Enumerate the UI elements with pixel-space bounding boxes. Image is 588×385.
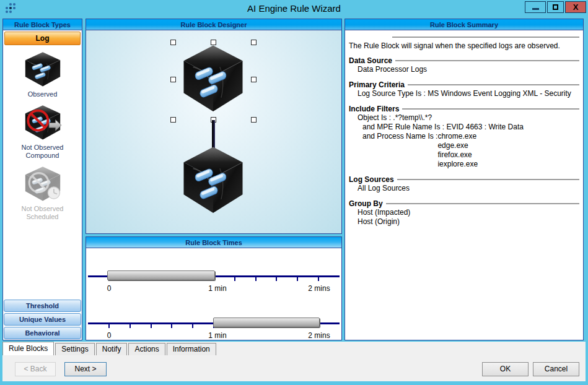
ok-button[interactable]: OK	[482, 362, 529, 376]
tick-label: 1 min	[208, 331, 226, 340]
tab-notify[interactable]: Notify	[96, 343, 128, 355]
behavioral-category-button[interactable]: Behavioral	[4, 327, 81, 339]
selection-handle[interactable]	[251, 40, 257, 45]
observed-cube-icon	[23, 51, 63, 88]
tick	[108, 324, 110, 328]
section-title: Primary Criteria	[349, 80, 405, 89]
tick	[129, 324, 131, 328]
tick	[151, 324, 152, 328]
section-value: Data Processor Logs	[349, 65, 579, 74]
not-observed-compound-icon	[23, 105, 63, 141]
tick-label: 2 mins	[308, 284, 330, 293]
section-title: Group By	[349, 199, 383, 208]
process-value: iexplore.exe	[437, 160, 478, 169]
minimize-icon	[532, 8, 539, 10]
tick-label: 0	[107, 284, 112, 293]
filter-process: and Process Name Is : chrome.exe edge.ex…	[349, 132, 579, 169]
tick	[192, 324, 193, 328]
rule-type-observed[interactable]: Observed	[3, 51, 82, 98]
rule-block-summary-header: Rule Block Summary	[345, 19, 583, 30]
selection-handle[interactable]	[251, 77, 257, 82]
summary-intro: The Rule Block will signal when the spec…	[349, 41, 579, 50]
summary-divider	[392, 37, 579, 38]
maximize-button[interactable]	[547, 1, 564, 13]
rule-block-times-header: Rule Block Times	[86, 237, 341, 248]
unique-values-category-button[interactable]: Unique Values	[4, 313, 81, 326]
tick-label: 0	[107, 331, 112, 340]
tab-settings[interactable]: Settings	[55, 343, 94, 355]
block-connector-line	[212, 120, 215, 149]
process-value: chrome.exe	[437, 132, 478, 141]
tick-label: 2 mins	[308, 331, 330, 340]
log-category-button[interactable]: Log	[4, 32, 81, 45]
close-button[interactable]: X	[565, 1, 586, 13]
tab-actions[interactable]: Actions	[128, 343, 165, 355]
rule-type-label: Scheduled	[3, 213, 82, 221]
rule-type-label: Not Observed	[3, 144, 82, 152]
tick-label: 1 min	[208, 284, 226, 293]
filter-mpe: and MPE Rule Name Is : EVID 4663 : Write…	[349, 123, 579, 132]
rule-block-times-panel: Rule Block Times 0 1 min 2 mins 0	[86, 236, 342, 340]
back-button[interactable]: < Back	[15, 362, 56, 376]
minimize-button[interactable]	[525, 1, 546, 13]
rule-block-designer-panel: Rule Block Designer	[86, 19, 342, 234]
wizard-tabs: Rule Blocks Settings Notify Actions Info…	[2, 342, 217, 355]
rule-block-1-cube[interactable]	[180, 44, 247, 115]
section-value: Log Source Type Is : MS Windows Event Lo…	[349, 89, 579, 98]
process-value: firefox.exe	[437, 150, 478, 160]
tick	[297, 277, 298, 281]
summary-section-primary-criteria: Primary Criteria Log Source Type Is : MS…	[349, 80, 579, 98]
rule-block-summary-panel: Rule Block Summary The Rule Block will s…	[344, 19, 584, 340]
section-title: Data Source	[349, 56, 392, 65]
rule-category-stack: Threshold Unique Values Behavioral	[4, 298, 81, 339]
section-value: All Log Sources	[349, 184, 579, 193]
rule-type-not-observed-compound[interactable]: Not Observed Compound	[3, 105, 82, 160]
selection-handle[interactable]	[251, 117, 257, 123]
filter-object: Object Is : .*?temp\\.*?	[349, 113, 579, 123]
rule-block-types-header: Rule Block Types	[3, 19, 82, 30]
rule-type-label: Compound	[3, 152, 82, 160]
rule-block-types-panel: Rule Block Types Log Observed Not Observ…	[2, 19, 82, 340]
tick	[276, 277, 277, 281]
tick	[171, 324, 172, 328]
selection-handle[interactable]	[170, 117, 176, 123]
rule-block-designer-header: Rule Block Designer	[86, 19, 341, 30]
time-range-bar-1[interactable]	[107, 270, 215, 280]
section-value: Host (Origin)	[349, 217, 579, 227]
rule-type-not-observed-scheduled[interactable]: Not Observed Scheduled	[3, 166, 82, 221]
tick	[318, 277, 319, 281]
section-title: Include Filters	[349, 105, 399, 113]
tab-rule-blocks[interactable]: Rule Blocks	[2, 342, 54, 355]
threshold-category-button[interactable]: Threshold	[4, 300, 81, 312]
titlebar: AI Engine Rule Wizard X	[0, 0, 588, 17]
not-observed-scheduled-icon	[23, 166, 63, 202]
tick	[255, 277, 257, 281]
summary-section-group-by: Group By Host (Impacted) Host (Origin)	[349, 199, 579, 227]
filter-process-label: and Process Name Is :	[362, 132, 437, 169]
next-button[interactable]: Next >	[64, 362, 107, 376]
section-value: Host (Impacted)	[349, 208, 579, 217]
summary-section-include-filters: Include Filters Object Is : .*?temp\\.*?…	[349, 105, 579, 169]
designer-canvas[interactable]	[86, 30, 341, 233]
summary-section-data-source: Data Source Data Processor Logs	[349, 56, 579, 74]
selection-handle[interactable]	[170, 40, 176, 45]
rule-block-2-cube[interactable]	[180, 145, 247, 216]
time-range-bar-2[interactable]	[213, 318, 320, 327]
maximize-icon	[553, 4, 558, 10]
selection-handle[interactable]	[170, 77, 176, 82]
cancel-button[interactable]: Cancel	[533, 362, 579, 376]
rule-type-label: Not Observed	[3, 205, 82, 213]
tick	[234, 277, 235, 281]
rule-type-label: Observed	[3, 90, 82, 98]
process-value: edge.exe	[437, 141, 478, 150]
bottom-strip: Rule Blocks Settings Notify Actions Info…	[2, 342, 586, 381]
section-title: Log Sources	[349, 175, 394, 184]
tab-information[interactable]: Information	[167, 343, 216, 355]
summary-section-log-sources: Log Sources All Log Sources	[349, 175, 579, 193]
window-title: AI Engine Rule Wizard	[0, 3, 588, 14]
